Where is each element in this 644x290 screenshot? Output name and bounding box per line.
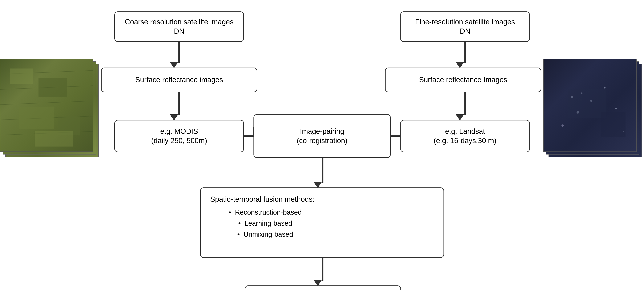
arrowhead-surface-coarse bbox=[170, 114, 178, 121]
arrow-landsat-to-pairing bbox=[390, 135, 401, 137]
arrowhead-coarse-dn bbox=[170, 62, 178, 68]
svg-rect-8 bbox=[38, 78, 67, 97]
modis-box: e.g. MODIS(daily 250, 500m) bbox=[114, 120, 244, 152]
fine-resolution-box: Fine-resolution satellite imagesDN bbox=[400, 11, 530, 42]
arrow-surface-fine-to-landsat bbox=[464, 92, 466, 115]
surface-reflectance-coarse-box: Surface reflectance images bbox=[101, 68, 257, 92]
arrowhead-fusion-fused bbox=[314, 280, 322, 286]
fusion-methods-box: Spatio-temporal fusion methods: • Recons… bbox=[200, 187, 444, 258]
landsat-box: e.g. Landsat(e.g. 16-days,30 m) bbox=[400, 120, 530, 152]
svg-point-17 bbox=[604, 87, 606, 89]
image-pairing-box: Image-pairing(co-registration) bbox=[254, 114, 391, 158]
fused-images-box: Fused images bbox=[245, 286, 401, 290]
arrowhead-pairing-fusion bbox=[314, 182, 322, 188]
arrow-modis-to-pairing bbox=[244, 135, 254, 137]
svg-point-18 bbox=[615, 108, 617, 109]
coarse-resolution-box: Coarse resolution satellite imagesDN bbox=[114, 11, 244, 42]
fusion-bullet-reconstruction: • Reconstruction-based bbox=[216, 207, 314, 218]
surface-reflectance-fine-box: Surface reflectance Images bbox=[385, 68, 541, 92]
svg-point-19 bbox=[562, 125, 564, 127]
arrow-surface-coarse-to-modis bbox=[178, 92, 180, 115]
svg-rect-7 bbox=[10, 68, 33, 84]
svg-rect-11 bbox=[35, 131, 73, 146]
fusion-methods-content: Spatio-temporal fusion methods: • Recons… bbox=[210, 195, 314, 240]
arrow-coarse-dn-to-surface bbox=[178, 42, 180, 63]
diagram-container: Coarse resolution satellite imagesDN Fin… bbox=[0, 0, 644, 290]
fusion-bullet-unmixing: • Unmixing-based bbox=[216, 229, 314, 240]
fusion-bullet-learning: • Learning-based bbox=[216, 218, 314, 229]
arrow-fusion-to-fused bbox=[322, 258, 324, 281]
arrowhead-fine-dn bbox=[456, 62, 464, 68]
fusion-methods-title: Spatio-temporal fusion methods: bbox=[210, 195, 314, 204]
arrowhead-surface-fine bbox=[456, 114, 464, 121]
arrow-pairing-to-fusion bbox=[322, 158, 324, 183]
landsat-satellite-image bbox=[543, 59, 636, 152]
svg-rect-9 bbox=[20, 107, 54, 129]
arrow-fine-dn-to-surface bbox=[464, 42, 466, 63]
modis-satellite-image bbox=[0, 59, 94, 152]
svg-rect-22 bbox=[601, 112, 626, 137]
